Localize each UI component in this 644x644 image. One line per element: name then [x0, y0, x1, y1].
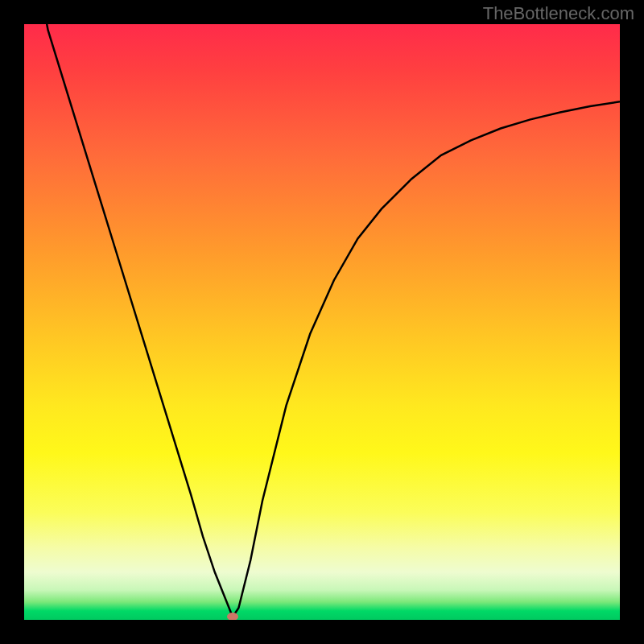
chart-plot-area [24, 24, 620, 620]
chart-curve-svg [24, 24, 620, 620]
bottleneck-curve-path [24, 24, 620, 617]
optimal-point-marker [227, 613, 238, 620]
watermark-text: TheBottleneck.com [483, 3, 634, 24]
